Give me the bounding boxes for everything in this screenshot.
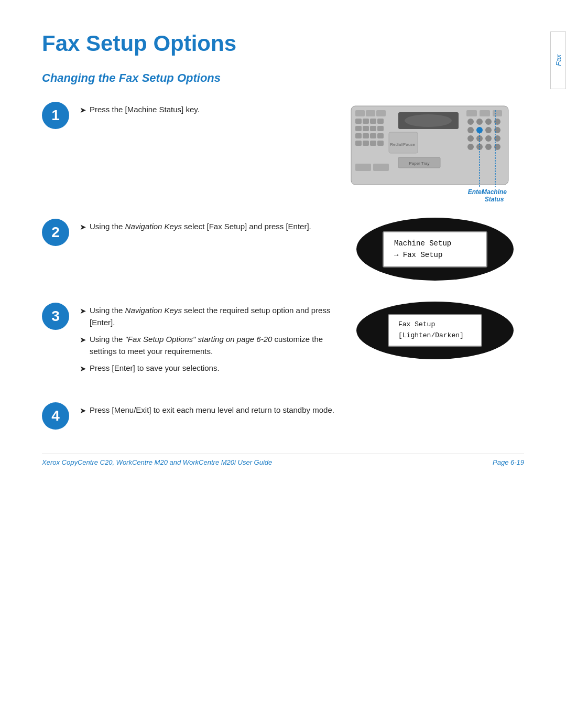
machine-image: Redial/Pause xyxy=(346,101,524,207)
svg-text:Status: Status xyxy=(485,196,504,203)
svg-rect-3 xyxy=(355,110,365,116)
svg-rect-14 xyxy=(355,133,362,138)
svg-point-38 xyxy=(494,135,500,142)
step-4-text: Press [Menu/Exit] to exit each menu leve… xyxy=(90,404,334,417)
svg-rect-15 xyxy=(363,133,369,138)
page-footer: Xerox CopyCentre C20, WorkCentre M20 and… xyxy=(42,454,524,466)
lcd-ellipse-2: Machine Setup → Fax Setup xyxy=(356,218,514,281)
bullet-arrow-3b: ➤ xyxy=(80,334,86,357)
step-1-content: ➤ Press the [Machine Status] key. xyxy=(80,101,346,122)
svg-point-28 xyxy=(476,119,483,125)
svg-rect-20 xyxy=(370,141,376,146)
svg-point-29 xyxy=(485,119,492,125)
step-4-bullet-1: ➤ Press [Menu/Exit] to exit each menu le… xyxy=(80,404,346,417)
fax-screen: Fax Setup [Lighten/Darken] xyxy=(388,314,482,347)
svg-rect-13 xyxy=(377,126,384,131)
step-3: 3 ➤ Using the Navigation Keys select the… xyxy=(42,302,524,380)
fax-ellipse: Fax Setup [Lighten/Darken] xyxy=(356,302,514,359)
svg-point-35 xyxy=(467,135,474,142)
step-2-bullet-1: ➤ Using the Navigation Keys select [Fax … xyxy=(80,221,346,233)
svg-rect-26 xyxy=(493,110,502,116)
footer-right: Page 6-19 xyxy=(493,458,524,466)
svg-rect-8 xyxy=(370,119,376,124)
step-number-4: 4 xyxy=(42,402,69,430)
step-3-bullet-3: ➤ Press [Enter] to save your selections. xyxy=(80,362,346,375)
svg-point-27 xyxy=(467,119,474,125)
svg-rect-25 xyxy=(480,110,490,116)
svg-rect-10 xyxy=(355,126,362,131)
bullet-arrow: ➤ xyxy=(80,104,86,116)
svg-rect-5 xyxy=(376,110,386,116)
bullet-arrow-3c: ➤ xyxy=(80,363,86,375)
svg-rect-24 xyxy=(466,110,477,116)
step-1-text: Press the [Machine Status] key. xyxy=(90,104,200,116)
side-tab-label: Fax xyxy=(554,55,562,66)
step-1-bullet-1: ➤ Press the [Machine Status] key. xyxy=(80,104,346,116)
step-3-text-2: Using the "Fax Setup Options" starting o… xyxy=(90,334,346,357)
page-container: Fax Fax Setup Options Changing the Fax S… xyxy=(0,0,566,482)
svg-text:Machine: Machine xyxy=(482,188,507,196)
side-tab: Fax xyxy=(550,31,566,89)
step-3-bullet-1: ➤ Using the Navigation Keys select the r… xyxy=(80,305,346,328)
step-number-3: 3 xyxy=(42,303,69,330)
step-3-text-1: Using the Navigation Keys select the req… xyxy=(90,305,346,328)
svg-rect-17 xyxy=(377,133,384,138)
svg-rect-11 xyxy=(363,126,369,131)
svg-text:Paper Tray: Paper Tray xyxy=(409,161,429,166)
lcd-screen-2: Machine Setup → Fax Setup xyxy=(383,231,487,267)
svg-text:Redial/Pause: Redial/Pause xyxy=(390,142,415,147)
step-2-text: Using the Navigation Keys select [Fax Se… xyxy=(90,221,311,233)
svg-point-41 xyxy=(485,144,492,150)
step-3-content: ➤ Using the Navigation Keys select the r… xyxy=(80,302,346,380)
step-4-content: ➤ Press [Menu/Exit] to exit each menu le… xyxy=(80,401,346,422)
fax-line-1: Fax Setup xyxy=(398,319,472,330)
step-3-bullet-2: ➤ Using the "Fax Setup Options" starting… xyxy=(80,334,346,357)
svg-rect-48 xyxy=(373,164,389,171)
bullet-arrow-3a: ➤ xyxy=(80,305,86,328)
machine-svg: Redial/Pause xyxy=(346,101,514,206)
svg-point-39 xyxy=(467,144,474,150)
svg-point-2 xyxy=(405,114,452,127)
page-title: Fax Setup Options xyxy=(42,31,524,56)
step-2: 2 ➤ Using the Navigation Keys select [Fa… xyxy=(42,218,524,281)
svg-point-31 xyxy=(467,127,474,133)
step-3-text-3: Press [Enter] to save your selections. xyxy=(90,362,220,375)
step-2-display: Machine Setup → Fax Setup xyxy=(346,218,524,281)
svg-rect-9 xyxy=(377,119,384,124)
svg-rect-7 xyxy=(363,119,369,124)
step-1: 1 ➤ Press the [Machine Status] key. xyxy=(42,101,524,207)
svg-rect-16 xyxy=(370,133,376,138)
svg-rect-47 xyxy=(355,164,371,171)
svg-rect-18 xyxy=(355,141,362,146)
footer-left: Xerox CopyCentre C20, WorkCentre M20 and… xyxy=(42,458,272,466)
svg-rect-4 xyxy=(366,110,375,116)
svg-rect-6 xyxy=(355,119,362,124)
step-3-display: Fax Setup [Lighten/Darken] xyxy=(346,302,524,359)
svg-rect-19 xyxy=(363,141,369,146)
lcd-line-1: Machine Setup xyxy=(394,238,476,249)
section-heading: Changing the Fax Setup Options xyxy=(42,71,524,85)
bullet-arrow-4: ➤ xyxy=(80,405,86,417)
step-2-content: ➤ Using the Navigation Keys select [Fax … xyxy=(80,218,346,239)
svg-point-33 xyxy=(485,127,492,133)
step-number-1: 1 xyxy=(42,102,69,129)
svg-rect-12 xyxy=(370,126,376,131)
bullet-arrow-2: ➤ xyxy=(80,221,86,233)
lcd-line-2: → Fax Setup xyxy=(394,249,476,261)
step-4: 4 ➤ Press [Menu/Exit] to exit each menu … xyxy=(42,401,524,430)
svg-point-37 xyxy=(485,135,492,142)
step-number-2: 2 xyxy=(42,219,69,246)
svg-rect-21 xyxy=(377,141,384,146)
fax-line-2: [Lighten/Darken] xyxy=(398,330,472,341)
